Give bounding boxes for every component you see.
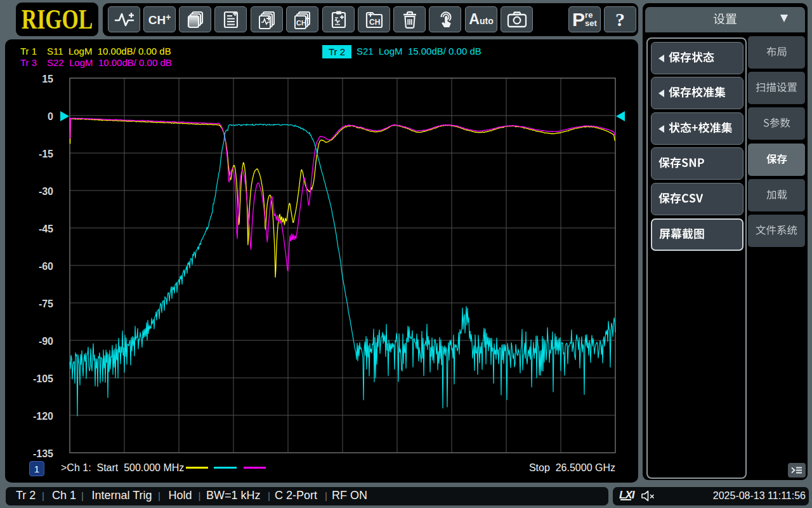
svg-text:CH: CH bbox=[369, 18, 380, 27]
svg-text:CH: CH bbox=[296, 19, 306, 27]
